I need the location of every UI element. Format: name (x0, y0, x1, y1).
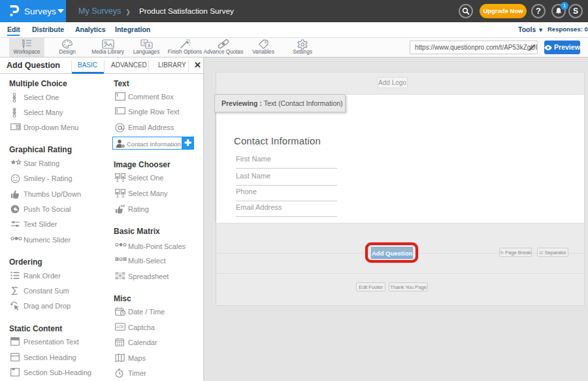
svg-text:A: A (147, 43, 150, 48)
svg-text:ĿƇƦ: ĿƇƦ (116, 325, 123, 329)
